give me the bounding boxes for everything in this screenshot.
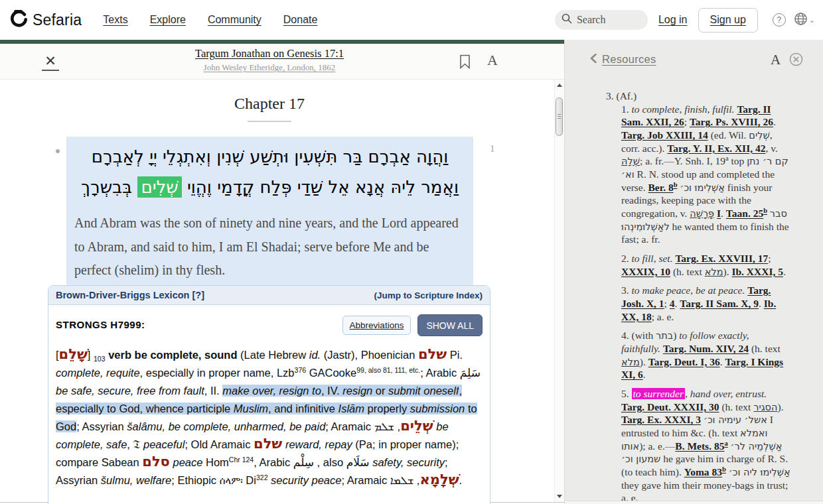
text-run: reward, repay bbox=[285, 438, 352, 450]
reference-link[interactable]: הסגיר bbox=[753, 402, 777, 412]
text-run: 5. bbox=[621, 388, 632, 399]
reader-scrollbar[interactable] bbox=[554, 80, 564, 502]
text-run: ); a. e.— bbox=[639, 440, 675, 452]
reference-link[interactable]: Targ. Num. XIV, 24 bbox=[663, 343, 749, 354]
sidebar-font-size-button[interactable]: A bbox=[771, 52, 781, 68]
reference-link[interactable]: Targ. Deut. I, 36 bbox=[648, 356, 720, 367]
bookmark-icon[interactable] bbox=[459, 54, 471, 71]
text-run: make over, resign to bbox=[222, 385, 321, 397]
dictionary-paragraph: 5. to surrender, hand over, entrust. Tar… bbox=[621, 387, 790, 504]
text-run: to fill, set. bbox=[632, 253, 673, 264]
reference-link[interactable]: Taan. 25 bbox=[726, 208, 763, 219]
verse-number: 1 bbox=[490, 143, 495, 155]
reference-link[interactable]: B. Mets. 85 bbox=[675, 440, 724, 452]
font-size-button[interactable]: A bbox=[487, 52, 498, 69]
search-input[interactable] bbox=[577, 14, 640, 26]
help-icon[interactable]: ? bbox=[773, 13, 786, 27]
search-icon bbox=[561, 13, 572, 27]
bdb-buttons: Abbreviations SHOW ALL bbox=[342, 314, 483, 336]
text-run: 3. bbox=[621, 284, 632, 296]
search-box[interactable] bbox=[555, 10, 648, 30]
text-run: ) bbox=[673, 330, 679, 341]
text-run: שְׁלָמָא bbox=[419, 472, 459, 487]
chevron-down-icon: ⌄ bbox=[809, 16, 815, 25]
nav-link-donate[interactable]: Donate bbox=[283, 14, 318, 26]
resources-label: Resources bbox=[602, 53, 656, 66]
nav-link-explore[interactable]: Explore bbox=[150, 14, 186, 26]
text-run: šalâmu, be complete, unharmed, be paid bbox=[127, 420, 325, 432]
nav-link-community[interactable]: Community bbox=[208, 14, 262, 26]
text-run: or bbox=[372, 385, 388, 397]
text-run: שְׁלִים bbox=[749, 130, 769, 141]
scrollbar-down-arrow[interactable] bbox=[555, 491, 564, 501]
text-run: resign bbox=[342, 385, 372, 397]
text-run: (Late Hebrew bbox=[238, 349, 309, 361]
reference-link[interactable]: מלא bbox=[621, 357, 640, 367]
reference-link[interactable]: מלא bbox=[705, 267, 723, 277]
scrollbar-thumb[interactable] bbox=[556, 97, 563, 136]
reference-link[interactable]: a bbox=[724, 440, 727, 447]
reference-link[interactable]: 4 bbox=[670, 298, 675, 309]
language-switcher[interactable]: ⌄ bbox=[794, 12, 815, 29]
text-run: submit oneself bbox=[388, 385, 459, 397]
reader-version-subtitle[interactable]: John Wesley Etheridge, London, 1862 bbox=[195, 62, 344, 73]
text-run: 103 bbox=[94, 355, 106, 363]
close-reader-button[interactable]: ✕ bbox=[42, 52, 59, 71]
text-run: complete, requite bbox=[56, 367, 140, 379]
text-run: Muslim bbox=[234, 403, 268, 414]
reference-link[interactable]: Ber. 8 bbox=[648, 182, 673, 193]
text-run: , bbox=[685, 388, 690, 399]
text-run: אַשְׁלִימוּ ליה וכ׳ bbox=[729, 467, 790, 477]
strongs-number: STRONGS H7999: bbox=[56, 314, 145, 330]
reader-title[interactable]: Targum Jonathan on Genesis 17:1 bbox=[195, 47, 344, 60]
sefaria-logo-icon bbox=[9, 9, 28, 31]
text-run: 99, also 81, 111, etc. bbox=[356, 366, 420, 374]
text-run: Chr 124 bbox=[229, 456, 254, 464]
text-run: שלם bbox=[418, 346, 447, 362]
text-run: , bbox=[394, 420, 400, 432]
reference-link[interactable]: Targ. Job XXIII, 14 bbox=[621, 129, 708, 141]
abbreviations-button[interactable]: Abbreviations bbox=[342, 316, 412, 335]
text-run: submission bbox=[410, 403, 465, 414]
reference-link[interactable]: Targ. Y. II, Ex. XII, 42 bbox=[667, 143, 765, 154]
reference-link[interactable]: Targ. Ex. XXVIII, 17 bbox=[675, 253, 768, 264]
text-run: 4. (with bbox=[621, 330, 656, 341]
reference-link[interactable]: Targ. Deut. XXXII, 30 bbox=[621, 401, 719, 412]
text-run: id. bbox=[309, 349, 321, 361]
text-run: ). bbox=[640, 356, 648, 367]
dictionary-paragraph: 2. to fill, set. Targ. Ex. XXVIII, 17; X… bbox=[621, 252, 790, 278]
login-link[interactable]: Log in bbox=[658, 14, 688, 26]
text-run: שלם bbox=[254, 436, 282, 452]
chapter-heading: Chapter 17 bbox=[234, 95, 305, 113]
reference-link[interactable]: Yoma 83 bbox=[684, 466, 722, 477]
verse-segment[interactable]: וַהֲוָה אַבְרָם בַּר תִּשְׁעִין וּתְשַׁע… bbox=[66, 137, 473, 293]
chapter-heading-rule bbox=[248, 121, 291, 122]
text-run: ܫܠܡ bbox=[374, 420, 394, 433]
nav-link-texts[interactable]: Texts bbox=[103, 14, 127, 26]
sefaria-logo[interactable]: Sefaria bbox=[9, 9, 82, 31]
bdb-panel-title: Brown-Driver-Briggs Lexicon [?] bbox=[56, 290, 204, 300]
reference-link[interactable]: b bbox=[722, 466, 726, 473]
reference-link[interactable]: פָּרָשָׁה bbox=[690, 208, 714, 219]
text-run: ; bbox=[684, 116, 690, 127]
scrollbar-up-arrow[interactable] bbox=[555, 80, 564, 90]
text-run: GACooke bbox=[306, 367, 356, 379]
sidebar-close-icon[interactable] bbox=[789, 52, 803, 68]
resources-back-link[interactable]: Resources bbox=[590, 53, 656, 66]
text-run: ; bbox=[768, 253, 771, 264]
text-run: Islām bbox=[338, 403, 364, 414]
reference-link[interactable]: שְׁלַהּ bbox=[621, 156, 640, 166]
signup-button[interactable]: Sign up bbox=[698, 8, 758, 32]
resources-sidebar: Resources A 3. (Af.)1. to complete, fini… bbox=[564, 40, 823, 504]
text-run: , and infinitive bbox=[268, 403, 338, 414]
reference-link[interactable]: Targ. Ps. XVIII, 26 bbox=[690, 116, 773, 127]
text-run: ; Old Aramaic bbox=[185, 438, 254, 450]
text-run: שָׁלֵם bbox=[59, 346, 88, 362]
reference-link[interactable]: Targ. Ex. XXXI, 3 bbox=[621, 414, 701, 425]
dictionary-paragraph: 3. to make peace, be at peace. Targ. Jos… bbox=[621, 284, 790, 323]
show-all-button[interactable]: SHOW ALL bbox=[417, 314, 483, 336]
jump-to-scripture-index-link[interactable]: (Jump to Scripture Index) bbox=[374, 290, 483, 300]
reference-link[interactable]: Ib. XXXI, 5 bbox=[731, 266, 783, 277]
reference-link[interactable]: XXXIX, 10 bbox=[621, 266, 670, 277]
reference-link[interactable]: Targ. II Sam. X, 9 bbox=[680, 298, 759, 309]
